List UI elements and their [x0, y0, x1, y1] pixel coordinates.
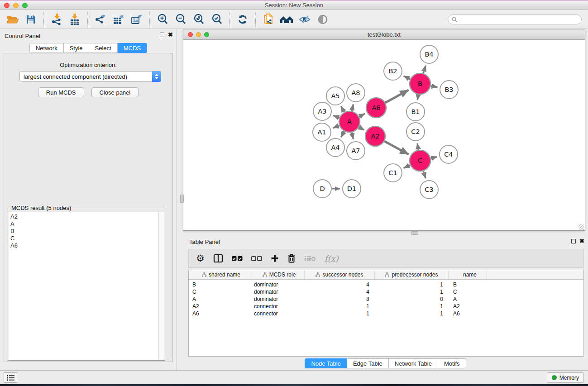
graph-node-D[interactable]: D: [313, 180, 331, 198]
graph-node-A[interactable]: A: [339, 111, 360, 132]
graph-edge-A-A4[interactable]: [341, 131, 344, 137]
result-scrollbar[interactable]: [159, 212, 164, 360]
search-input[interactable]: [458, 15, 581, 24]
deselect-all-columns-button[interactable]: [251, 256, 262, 261]
zoom-selected-button[interactable]: [209, 12, 225, 27]
graph-edge-A-A7[interactable]: [352, 132, 353, 139]
graph-node-A6[interactable]: A6: [366, 98, 386, 118]
table-row[interactable]: A2connector11A2: [189, 303, 583, 310]
network-overview-button[interactable]: [278, 12, 295, 27]
network-minimize-button[interactable]: [196, 32, 201, 37]
horizontal-splitter-handle[interactable]: [411, 231, 418, 235]
graph-node-A8[interactable]: A8: [347, 84, 365, 102]
graph-edge-A2-C[interactable]: [384, 141, 408, 154]
save-session-button[interactable]: [23, 12, 39, 27]
graph-node-A2[interactable]: A2: [365, 126, 385, 146]
search-field[interactable]: [448, 14, 582, 24]
refresh-view-button[interactable]: [234, 12, 251, 27]
graph-edge-A-A3[interactable]: [333, 115, 339, 118]
graph-edge-C-C4[interactable]: [430, 157, 437, 158]
graph-node-B1[interactable]: B1: [406, 103, 425, 121]
zoom-fit-button[interactable]: [191, 12, 207, 27]
mcds-result-list[interactable]: A2ABCA6: [9, 212, 159, 360]
close-panel-icon[interactable]: ✖: [168, 33, 173, 37]
table-row[interactable]: Bdominator41B: [189, 281, 583, 288]
close-panel-button[interactable]: Close panel: [91, 87, 139, 97]
table-tab-node-table[interactable]: Node Table: [305, 358, 347, 368]
memory-button[interactable]: Memory: [547, 372, 584, 383]
graph-node-B[interactable]: B: [410, 73, 430, 94]
table-tab-network-table[interactable]: Network Table: [389, 358, 438, 368]
export-network-button[interactable]: [92, 12, 109, 27]
optimization-criterion-select[interactable]: largest connected component (directed): [19, 71, 161, 82]
select-all-columns-button[interactable]: [232, 256, 243, 261]
show-panels-button[interactable]: [315, 12, 331, 27]
graph-edge-A-A1[interactable]: [333, 125, 339, 128]
graph-node-A7[interactable]: A7: [347, 142, 365, 160]
close-table-panel-icon[interactable]: ✖: [579, 239, 584, 243]
table-row[interactable]: Cdominator41C: [189, 288, 583, 295]
graph-node-A4[interactable]: A4: [326, 138, 344, 157]
graph-node-B3[interactable]: B3: [440, 81, 458, 99]
graph-edge-A-A6[interactable]: [359, 114, 365, 117]
show-task-history-button[interactable]: [4, 372, 17, 383]
graph-node-C[interactable]: C: [410, 150, 430, 171]
graph-node-B2[interactable]: B2: [384, 62, 402, 80]
network-zoom-button[interactable]: [204, 32, 209, 37]
table-settings-button[interactable]: ⚙: [196, 254, 205, 263]
graph-node-C4[interactable]: C4: [440, 145, 458, 163]
graph-node-C1[interactable]: C1: [384, 164, 402, 182]
float-table-panel-icon[interactable]: [571, 239, 576, 243]
graph-node-D1[interactable]: D1: [343, 180, 361, 198]
graph-edge-B-B2[interactable]: [404, 76, 411, 79]
mcds-result-item[interactable]: A2: [9, 213, 158, 220]
toggle-column-view-button[interactable]: [213, 254, 223, 263]
export-table-button[interactable]: [110, 12, 127, 27]
function-builder-button[interactable]: f(x): [325, 254, 339, 263]
column-header-name[interactable]: name: [449, 270, 487, 279]
graph-edge-A6-B[interactable]: [385, 90, 408, 103]
zoom-out-button[interactable]: [172, 12, 189, 27]
graph-edge-B-B3[interactable]: [431, 86, 438, 87]
table-tab-edge-table[interactable]: Edge Table: [347, 358, 389, 368]
hide-panels-button[interactable]: [296, 12, 313, 27]
vertical-splitter-handle[interactable]: [180, 195, 184, 203]
graph-edge-B-B1[interactable]: [417, 95, 418, 100]
network-canvas[interactable]: ABCA2A6A1A3A4A5A7A8B1B2B3B4C1C2C3C4DD1: [183, 40, 585, 230]
run-mcds-button[interactable]: Run MCDS: [38, 87, 84, 97]
mcds-result-item[interactable]: A6: [9, 242, 158, 249]
column-header-successor-nodes[interactable]: successor nodes: [305, 270, 375, 279]
mcds-result-item[interactable]: C: [9, 235, 158, 242]
export-image-button[interactable]: [129, 12, 145, 27]
column-header-predecessor-nodes[interactable]: predecessor nodes: [375, 270, 449, 279]
import-network-button[interactable]: [48, 12, 65, 27]
table-row[interactable]: Adominator80A: [189, 295, 583, 303]
float-panel-icon[interactable]: [160, 33, 164, 37]
graph-edge-A-A2[interactable]: [359, 127, 364, 130]
tab-network[interactable]: Network: [29, 43, 64, 53]
graph-node-A5[interactable]: A5: [326, 87, 344, 105]
table-tab-motifs[interactable]: Motifs: [438, 358, 466, 368]
graph-edge-C-C1[interactable]: [404, 165, 410, 168]
network-window-titlebar[interactable]: testGlobe.txt: [183, 29, 585, 40]
graph-edge-C-C2[interactable]: [417, 143, 418, 150]
resize-grip[interactable]: [578, 224, 584, 230]
graph-node-A3[interactable]: A3: [313, 102, 331, 120]
graph-edge-B-B4[interactable]: [423, 66, 425, 73]
tab-style[interactable]: Style: [64, 43, 89, 53]
graph-node-C3[interactable]: C3: [420, 181, 438, 199]
clone-network-button[interactable]: [260, 12, 277, 27]
graph-edge-A-A8[interactable]: [352, 104, 353, 111]
mcds-result-item[interactable]: A: [9, 220, 158, 228]
zoom-in-button[interactable]: [154, 12, 171, 27]
network-close-button[interactable]: [188, 32, 193, 37]
create-column-button[interactable]: [271, 254, 279, 262]
import-table-button[interactable]: [67, 12, 83, 27]
column-header-shared-name[interactable]: shared name: [189, 270, 250, 279]
graph-edge-A-A5[interactable]: [341, 106, 344, 112]
graph-node-C2[interactable]: C2: [406, 123, 425, 141]
table-row[interactable]: A6connector11A6: [189, 310, 583, 317]
delete-column-button[interactable]: [287, 254, 296, 263]
graph-node-B4[interactable]: B4: [420, 45, 438, 63]
tab-select[interactable]: Select: [89, 43, 118, 53]
